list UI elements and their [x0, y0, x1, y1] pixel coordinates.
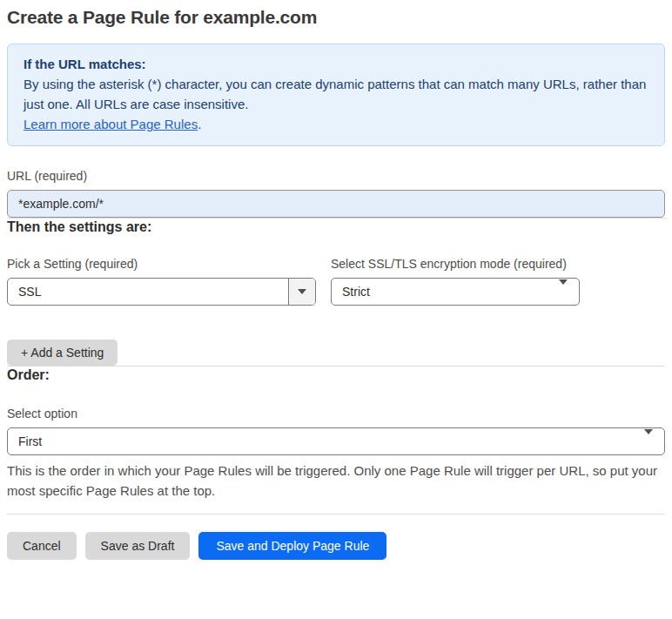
page-title: Create a Page Rule for example.com: [7, 7, 665, 27]
setting-select-label: Pick a Setting (required): [7, 255, 316, 272]
chevron-down-icon: [298, 289, 306, 294]
settings-section-heading: Then the settings are:: [7, 219, 665, 236]
order-section-heading: Order:: [7, 367, 665, 384]
order-select-value: First: [8, 434, 644, 448]
order-help-text: This is the order in which your Page Rul…: [7, 461, 665, 501]
order-select[interactable]: First: [7, 427, 665, 455]
save-as-draft-button[interactable]: Save as Draft: [85, 532, 191, 560]
mode-arrow-wrap: [559, 285, 579, 299]
ssl-mode-select[interactable]: Strict: [331, 278, 580, 306]
add-setting-button[interactable]: + Add a Setting: [7, 340, 118, 366]
order-arrow-wrap: [644, 434, 664, 448]
info-callout-heading: If the URL matches:: [24, 54, 648, 74]
setting-select[interactable]: SSL: [7, 278, 316, 306]
ssl-mode-select-value: Strict: [332, 285, 559, 299]
form-footer: Cancel Save as Draft Save and Deploy Pag…: [7, 532, 665, 560]
info-callout-body: By using the asterisk (*) character, you…: [24, 74, 648, 114]
cancel-button[interactable]: Cancel: [7, 532, 77, 560]
order-select-label: Select option: [7, 405, 665, 422]
create-page-rule-form: Create a Page Rule for example.com If th…: [7, 7, 665, 560]
settings-selects-row: Pick a Setting (required) SSL Select SSL…: [7, 255, 665, 306]
setting-select-group: Pick a Setting (required) SSL: [7, 255, 316, 306]
mode-select-label: Select SSL/TLS encryption mode (required…: [331, 255, 580, 272]
mode-select-group: Select SSL/TLS encryption mode (required…: [331, 255, 580, 306]
chevron-down-icon: [559, 279, 568, 299]
url-input[interactable]: [7, 190, 665, 218]
save-and-deploy-button[interactable]: Save and Deploy Page Rule: [198, 532, 386, 560]
chevron-down-icon: [644, 429, 653, 448]
url-field-label: URL (required): [7, 167, 665, 185]
setting-select-dropdown-segment[interactable]: [288, 279, 315, 305]
url-match-info-callout: If the URL matches: By using the asteris…: [7, 44, 665, 146]
setting-select-value: SSL: [8, 285, 288, 299]
learn-more-link[interactable]: Learn more about Page Rules: [24, 117, 198, 131]
link-period: .: [198, 117, 201, 131]
divider: [7, 514, 665, 515]
info-callout-link-line: Learn more about Page Rules.: [24, 114, 648, 134]
